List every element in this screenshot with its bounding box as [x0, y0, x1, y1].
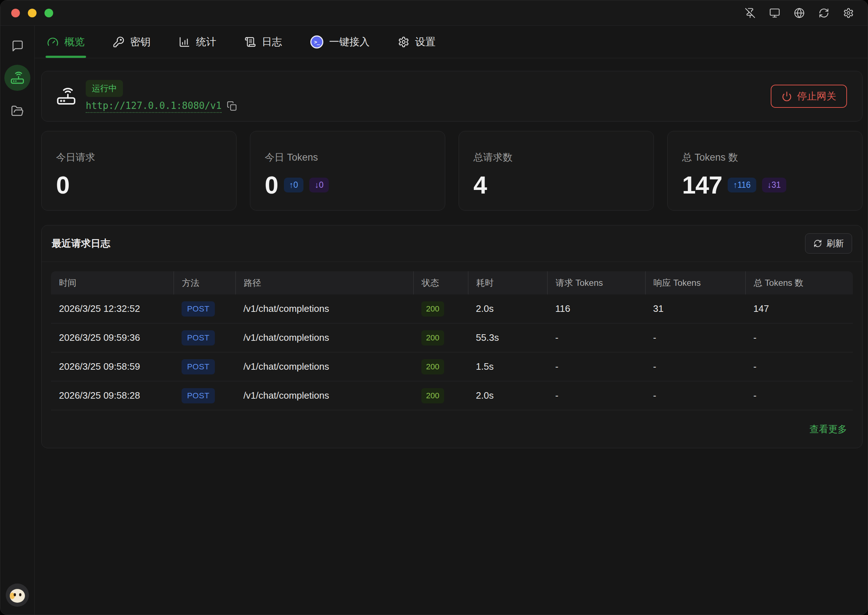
pin-off-icon[interactable]: [744, 7, 756, 19]
minimize-button[interactable]: [28, 9, 36, 17]
cell-method: POST: [174, 295, 235, 323]
cell-path: /v1/chat/completions: [235, 323, 413, 352]
view-more-link[interactable]: 查看更多: [809, 423, 847, 435]
stat-card-today-requests: 今日请求 0: [41, 131, 237, 211]
logs-title: 最近请求日志: [52, 237, 110, 250]
stat-card-total-tokens: 总 Tokens 数 147 ↑116 ↓31: [667, 131, 863, 211]
tab-label: 统计: [196, 35, 216, 49]
method-badge: POST: [182, 359, 215, 375]
status-badge: 运行中: [86, 80, 123, 97]
router-icon: [56, 86, 76, 106]
cell-req-tokens: -: [547, 352, 645, 381]
recent-logs-card: 最近请求日志 刷新 时间 方法 路径 状态 耗时 请: [41, 225, 863, 448]
tab-logs[interactable]: 日志: [243, 26, 284, 58]
method-badge: POST: [182, 301, 215, 317]
refresh-icon[interactable]: [818, 7, 830, 19]
stat-label: 总请求数: [474, 151, 639, 164]
logs-table: 时间 方法 路径 状态 耗时 请求 Tokens 响应 Tokens 总 Tok…: [42, 262, 862, 410]
display-icon[interactable]: [768, 7, 781, 19]
bar-chart-icon: [179, 36, 190, 48]
stat-value: 147: [682, 173, 722, 197]
cell-method: POST: [174, 323, 235, 352]
tokens-up-chip: ↑116: [728, 178, 756, 192]
cell-req-tokens: -: [547, 381, 645, 410]
cell-time: 2026/3/25 09:58:28: [51, 381, 174, 410]
cell-status: 200: [413, 352, 468, 381]
col-resp-tokens: 响应 Tokens: [645, 271, 745, 295]
app-logo-icon: >_: [310, 36, 323, 48]
cell-req-tokens: -: [547, 323, 645, 352]
globe-icon[interactable]: [793, 7, 806, 19]
method-badge: POST: [182, 388, 215, 403]
stats-grid: 今日请求 0 今日 Tokens 0 ↑0 ↓0 总请求数 4: [41, 131, 863, 211]
cell-resp-tokens: -: [645, 381, 745, 410]
stat-label: 总 Tokens 数: [682, 151, 848, 164]
cell-resp-tokens: -: [645, 352, 745, 381]
tabbar: 概览 密钥 统计 日志 >_ 一键接入: [35, 26, 868, 58]
cell-total-tokens: -: [745, 323, 853, 352]
cell-path: /v1/chat/completions: [235, 295, 413, 323]
cell-resp-tokens: -: [645, 323, 745, 352]
avatar[interactable]: [6, 584, 29, 607]
cell-duration: 2.0s: [468, 295, 547, 323]
tab-label: 一键接入: [329, 35, 369, 49]
power-icon: [782, 91, 792, 101]
cell-total-tokens: -: [745, 381, 853, 410]
tab-keys[interactable]: 密钥: [111, 26, 152, 58]
stop-gateway-button[interactable]: 停止网关: [771, 85, 847, 108]
zoom-button[interactable]: [45, 9, 53, 17]
table-row: 2026/3/25 09:58:59 POST /v1/chat/complet…: [51, 352, 853, 381]
stat-value: 4: [474, 173, 487, 197]
status-code-badge: 200: [421, 359, 444, 375]
tab-label: 密钥: [130, 35, 150, 49]
status-code-badge: 200: [421, 301, 444, 317]
col-status: 状态: [413, 271, 468, 295]
method-badge: POST: [182, 330, 215, 345]
scroll-icon: [245, 36, 256, 48]
tab-overview[interactable]: 概览: [45, 26, 86, 58]
tab-settings[interactable]: 设置: [396, 26, 437, 58]
gateway-icon[interactable]: [4, 65, 30, 91]
cell-status: 200: [413, 323, 468, 352]
tab-one-click-connect[interactable]: >_ 一键接入: [309, 26, 371, 58]
stat-card-today-tokens: 今日 Tokens 0 ↑0 ↓0: [250, 131, 445, 211]
traffic-lights: [11, 9, 53, 17]
stat-value: 0: [56, 173, 69, 197]
gear-icon: [398, 36, 410, 48]
gateway-url-link[interactable]: http://127.0.0.1:8080/v1: [86, 100, 222, 113]
sidebar: [0, 26, 35, 615]
tab-stats[interactable]: 统计: [177, 26, 218, 58]
status-code-badge: 200: [421, 330, 444, 345]
gateway-status-card: 运行中 http://127.0.0.1:8080/v1 停止网关: [41, 71, 863, 122]
gauge-icon: [47, 36, 59, 48]
key-icon: [113, 36, 125, 48]
tab-label: 日志: [262, 35, 282, 49]
titlebar: [0, 0, 868, 26]
table-row: 2026/3/25 09:58:28 POST /v1/chat/complet…: [51, 381, 853, 410]
col-path: 路径: [235, 271, 413, 295]
chat-icon[interactable]: [9, 38, 25, 54]
folder-icon[interactable]: [9, 103, 25, 119]
col-method: 方法: [174, 271, 235, 295]
table-header: 时间 方法 路径 状态 耗时 请求 Tokens 响应 Tokens 总 Tok…: [51, 271, 853, 295]
stat-card-total-requests: 总请求数 4: [458, 131, 654, 211]
stat-label: 今日请求: [56, 151, 222, 164]
cell-time: 2026/3/25 09:59:36: [51, 323, 174, 352]
col-time: 时间: [51, 271, 174, 295]
cell-duration: 55.3s: [468, 323, 547, 352]
cell-method: POST: [174, 381, 235, 410]
refresh-button[interactable]: 刷新: [805, 233, 852, 254]
table-row: 2026/3/25 12:32:52 POST /v1/chat/complet…: [51, 295, 853, 323]
settings-icon[interactable]: [842, 7, 855, 19]
cell-resp-tokens: 31: [645, 295, 745, 323]
cell-method: POST: [174, 352, 235, 381]
copy-icon[interactable]: [227, 101, 238, 112]
close-button[interactable]: [11, 9, 20, 17]
col-total-tokens: 总 Tokens 数: [745, 271, 853, 295]
cell-time: 2026/3/25 09:58:59: [51, 352, 174, 381]
cell-path: /v1/chat/completions: [235, 381, 413, 410]
cell-total-tokens: -: [745, 352, 853, 381]
col-req-tokens: 请求 Tokens: [547, 271, 645, 295]
stat-label: 今日 Tokens: [265, 151, 430, 164]
overview-panel: 运行中 http://127.0.0.1:8080/v1 停止网关: [35, 58, 868, 615]
